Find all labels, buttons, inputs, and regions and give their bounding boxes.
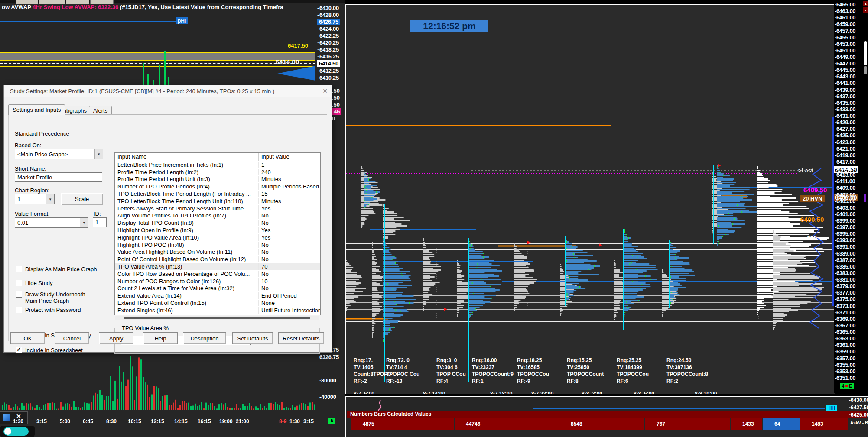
chevron-down-icon[interactable]: ▼ bbox=[94, 149, 103, 159]
set-defaults-button[interactable]: Set Defaults bbox=[232, 332, 273, 344]
price-scale-label: 6417.00 bbox=[835, 159, 855, 165]
table-hscrollbar[interactable] bbox=[115, 316, 319, 320]
description-button[interactable]: Description bbox=[183, 332, 226, 344]
ok-button[interactable]: OK bbox=[10, 332, 45, 344]
apply-button[interactable]: Apply bbox=[99, 332, 133, 344]
table-row[interactable]: Count 2 Levels at a Time for Value Area … bbox=[115, 285, 320, 292]
table-row[interactable]: Extend TPO Point of Control (In:15)None bbox=[115, 299, 320, 307]
checkbox[interactable] bbox=[16, 266, 22, 272]
table-row[interactable]: Point Of Control Highlight Based On Volu… bbox=[115, 256, 320, 263]
table-hscrollbar-thumb[interactable] bbox=[124, 317, 310, 319]
input-value-cell: No bbox=[259, 271, 320, 277]
column-input-value[interactable]: Input Value bbox=[259, 153, 292, 161]
time-axis-label: 8-7 18:00 bbox=[490, 391, 512, 394]
scroll-down-button[interactable]: ▼ bbox=[863, 7, 868, 13]
dialog-close-icon[interactable]: ✕ bbox=[321, 87, 329, 95]
time-axis-label: 1:30 bbox=[289, 418, 300, 424]
price-scale-label: 6420.25 bbox=[317, 39, 339, 46]
checkbox-row[interactable]: Draw Study Underneath Main Price Graph bbox=[16, 291, 85, 304]
table-row[interactable]: TPO Value Area % (In:13)70 bbox=[115, 263, 320, 270]
blue-square-icon[interactable] bbox=[3, 414, 10, 421]
input-value-cell: No bbox=[259, 212, 320, 219]
based-on-label: Based On: bbox=[15, 142, 41, 149]
table-row[interactable]: Extend Value Area (In:14)End Of Period bbox=[115, 292, 320, 299]
table-row[interactable]: Color TPO Row Based on Percentage of POC… bbox=[115, 270, 320, 278]
tab-page: Standard Precedence Based On: <Main Pric… bbox=[8, 114, 327, 341]
id-label: ID: bbox=[94, 210, 101, 217]
scale-button[interactable]: Scale bbox=[61, 193, 103, 205]
askv-bidv-label: AskV - BidV bbox=[850, 421, 868, 425]
checkbox[interactable] bbox=[16, 291, 22, 298]
table-row[interactable]: Profile Time Period Length (In:2)240 bbox=[115, 168, 320, 176]
price-scale-label: 6465.00 bbox=[835, 1, 855, 8]
table-row[interactable]: Highlight TPO POC (In:48)No bbox=[115, 241, 320, 249]
table-row[interactable]: Value Area Highlight Based On Volume (In… bbox=[115, 249, 320, 256]
last-price-pointer-label: >Last bbox=[798, 167, 813, 174]
checkbox[interactable] bbox=[16, 307, 22, 313]
table-row[interactable]: Align Volume Profiles To TPO Profiles (I… bbox=[115, 212, 320, 220]
checkbox[interactable] bbox=[16, 280, 22, 286]
price-scale-label: 6393.00 bbox=[835, 237, 855, 243]
chevron-down-icon[interactable]: ▼ bbox=[46, 194, 54, 204]
price-scale-label: 46 bbox=[332, 108, 341, 115]
chart-region-select[interactable]: 1 ▼ bbox=[15, 194, 55, 204]
profile-stats-column: Rng:16.00 TV:23237 TPOPOCCount:9 RF:1 bbox=[472, 357, 514, 385]
toggle-knob[interactable] bbox=[4, 428, 11, 435]
time-axis-label: 8:30 bbox=[106, 418, 117, 424]
toggle-switch[interactable] bbox=[3, 427, 29, 436]
price-scale-label: 6411.00 bbox=[835, 178, 855, 185]
price-scale-label: 6385.00 bbox=[835, 263, 855, 270]
checkbox-row[interactable]: Include in Spreadsheet bbox=[16, 347, 83, 353]
inputs-table[interactable]: Input Name Input Value Letter/Block Pric… bbox=[114, 152, 321, 315]
scroll-up-button[interactable]: ▲ bbox=[863, 1, 868, 6]
tab-settings-and-inputs[interactable]: Settings and Inputs bbox=[8, 104, 65, 115]
price-scale-label: 6430.00 bbox=[849, 397, 868, 403]
input-name-cell: Number of TPO Profile Periods (In:4) bbox=[115, 183, 259, 190]
checkbox-row[interactable]: Display As Main Price Graph bbox=[16, 266, 97, 272]
chevron-down-icon[interactable]: ▼ bbox=[80, 218, 88, 227]
column-input-name[interactable]: Input Name bbox=[115, 153, 259, 161]
dialog-title-bar[interactable]: Study Settings: Market Profile. ID:1 (ES… bbox=[4, 85, 332, 97]
checkbox-label: Hide Study bbox=[25, 280, 53, 286]
table-row[interactable]: Highlight Open In Profile (In:9)Yes bbox=[115, 227, 320, 234]
table-row[interactable]: Number of POC Ranges to Color (In:126)10 bbox=[115, 278, 320, 285]
cancel-button[interactable]: Cancel bbox=[55, 332, 89, 344]
value-format-select[interactable]: 0.01 ▼ bbox=[15, 217, 88, 228]
input-name-cell: Profile Time Period Length Unit (In:3) bbox=[115, 176, 259, 182]
study-settings-dialog: Study Settings: Market Profile. ID:1 (ES… bbox=[3, 85, 332, 353]
input-value-cell: Until Future Intersection bbox=[259, 307, 320, 314]
table-row[interactable]: Number of TPO Profile Periods (In:4)Mult… bbox=[115, 183, 320, 190]
price-scale-label: 6351.00 bbox=[835, 375, 855, 381]
right-chart-panel: 12:16:52 pm >Last 6409.50 20 HVN 6400.50… bbox=[345, 0, 868, 396]
tpo-profile-canvas bbox=[346, 5, 835, 394]
table-row[interactable]: Highlight TPO Value Area (In:10)Yes bbox=[115, 234, 320, 241]
group-legend: TPO Value Area % bbox=[120, 325, 170, 331]
tab-alerts[interactable]: Alerts bbox=[89, 106, 112, 115]
table-row[interactable]: Profile Time Period Length Unit (In:3)Mi… bbox=[115, 176, 320, 183]
based-on-select[interactable]: <Main Price Graph> ▼ bbox=[15, 149, 103, 159]
table-row[interactable]: Display Total TPO Count (In:8)No bbox=[115, 219, 320, 227]
input-name-cell: TPO Letter/Block Time Period Length (For… bbox=[115, 191, 259, 197]
short-name-input[interactable] bbox=[15, 172, 102, 182]
price-scale-label: 6387.00 bbox=[835, 257, 855, 263]
reset-defaults-button[interactable]: Reset Defaults bbox=[278, 332, 324, 344]
table-row[interactable]: TPO Letter/Block Time Period Length (For… bbox=[115, 190, 320, 197]
chart-region-value: 1 bbox=[15, 196, 46, 203]
checkbox-row[interactable]: Hide Study bbox=[16, 280, 53, 286]
table-row[interactable]: Letters Always Start At Primary Session … bbox=[115, 205, 320, 212]
checkbox-row[interactable]: Protect with Password bbox=[16, 307, 81, 313]
checkbox[interactable] bbox=[16, 347, 22, 353]
checkbox-label: Draw Study Underneath Main Price Graph bbox=[25, 291, 85, 304]
scrollbar-thumb-secondary[interactable] bbox=[864, 66, 867, 74]
input-name-cell: Profile Time Period Length (In:2) bbox=[115, 169, 259, 175]
id-input[interactable] bbox=[93, 217, 107, 227]
scrollbar-thumb[interactable] bbox=[864, 41, 867, 65]
table-row[interactable]: Letter/Block Price Increment in Ticks (I… bbox=[115, 161, 320, 168]
right-price-scale[interactable]: 6414.50 6406.00 6465.006463.006461.00645… bbox=[834, 0, 863, 393]
table-row[interactable]: TPO Letter/Block Time Period Length Unit… bbox=[115, 197, 320, 205]
time-axis-label: 8-9 bbox=[279, 418, 286, 424]
input-value-cell: 10 bbox=[259, 278, 320, 285]
help-button[interactable]: Help bbox=[143, 332, 178, 344]
table-row[interactable]: Extend Singles (In:46)Until Future Inter… bbox=[115, 307, 320, 314]
price-scale-label: 6426.75 bbox=[317, 19, 340, 25]
